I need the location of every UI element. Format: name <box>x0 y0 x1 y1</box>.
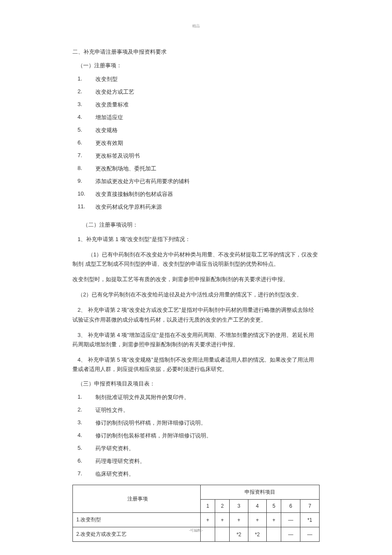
table-cell: + <box>201 513 215 527</box>
list-number: 3. <box>78 419 95 427</box>
list-number: 9. <box>78 178 95 185</box>
list-text: 修订的制剂包装标签样稿，并附详细修订说明。 <box>95 432 212 440</box>
list-number: 5. <box>78 445 95 452</box>
list-text: 改变药材或化学原料药来源 <box>95 203 320 211</box>
reg-item: 3. 改变质量标准 <box>72 101 320 109</box>
section-title: 二、补充申请注册事项及申报资料要求 <box>72 48 320 56</box>
explanation-1-p1: （1）已有中药制剂在不改变处方中药材种类与用量、不改变药材提取工艺等的情况下，仅… <box>72 250 320 269</box>
table-col-num: 6 <box>281 500 300 513</box>
list-text: 添加或更改处方中已有药用要求的辅料 <box>95 178 320 185</box>
list-number: 4. <box>78 114 95 121</box>
list-number: 1. <box>78 394 95 401</box>
list-number: 2. <box>78 406 95 414</box>
list-text: 更改配制场地、委托加工 <box>95 165 320 173</box>
header-watermark: 精品 <box>72 23 320 29</box>
explanation-3: 3、 补充申请第 4 项"增加适应症"是指在不改变用药周期、不增加剂量的情况下的… <box>72 331 320 349</box>
list-number: 10. <box>78 190 95 198</box>
list-text: 改变规格 <box>95 127 320 134</box>
reg-item: 6. 更改有效期 <box>72 139 320 147</box>
reg-item: 2. 改变处方或工艺 <box>72 88 320 96</box>
list-number: 5. <box>78 127 95 134</box>
list-number: 6. <box>78 457 95 465</box>
list-number: 8. <box>78 165 95 173</box>
explanation-2: 2、 补充申请第 2 项"改变处方或改变工艺"是指对中药制剂中药材的用量进行略微… <box>72 305 320 324</box>
reg-item: 9. 添加或更改处方中已有药用要求的辅料 <box>72 178 320 185</box>
list-text: 增加适应症 <box>95 114 320 121</box>
reg-item: 8. 更改配制场地、委托加工 <box>72 165 320 173</box>
registration-items-title: （一）注册事项： <box>72 62 320 69</box>
explanation-4: 4、 补充申请第 5 项"改变规格"是指制剂不改变用法用量或者适用人群的情况。如… <box>72 355 320 374</box>
list-number: 4. <box>78 432 95 440</box>
table-cell: + <box>248 513 266 527</box>
table-col-num: 7 <box>300 500 320 513</box>
table-row: 1.改变剂型 + + + + + — *1 <box>73 513 320 527</box>
list-text: 更改有效期 <box>95 139 320 147</box>
list-text: 临床研究资料。 <box>95 470 134 478</box>
reg-item: 5. 改变规格 <box>72 127 320 134</box>
table-row-label: 1.改变剂型 <box>73 513 201 527</box>
material-item: 4. 修订的制剂包装标签样稿，并附详细修订说明。 <box>72 432 320 440</box>
list-text: 药理毒理研究资料。 <box>95 457 145 465</box>
footer-watermark: -可編輯- <box>0 528 392 533</box>
list-number: 1. <box>78 75 95 83</box>
table-col-num: 3 <box>230 500 248 513</box>
list-text: 改变剂型 <box>95 75 320 83</box>
list-text: 改变质量标准 <box>95 101 320 109</box>
list-text: 修订的制剂说明书样稿，并附详细修订说明。 <box>95 419 206 427</box>
list-text: 药学研究资料。 <box>95 445 134 452</box>
list-number: 11. <box>78 203 95 211</box>
list-number: 2. <box>78 88 95 96</box>
table-col-num: 4 <box>248 500 266 513</box>
table-col-num: 5 <box>267 500 281 513</box>
table-cell: + <box>267 513 281 527</box>
explanation-title: （二）注册事项说明： <box>72 221 320 229</box>
table-cell: *1 <box>300 513 320 527</box>
material-item: 5. 药学研究资料。 <box>72 445 320 452</box>
list-text: 改变处方或工艺 <box>95 88 320 96</box>
table-header-reg: 注册事项 <box>73 485 201 513</box>
table-col-num: 1 <box>201 500 215 513</box>
material-item: 6. 药理毒理研究资料。 <box>72 457 320 465</box>
list-number: 7. <box>78 152 95 160</box>
list-number: 3. <box>78 101 95 109</box>
material-item: 3. 修订的制剂说明书样稿，并附详细修订说明。 <box>72 419 320 427</box>
materials-title: （三）申报资料项目及项目表： <box>72 380 320 388</box>
table-header-row: 注册事项 申报资料项目 <box>73 485 320 500</box>
reg-item: 10. 改变直接接触制剂的包材或容器 <box>72 190 320 198</box>
table-col-num: 2 <box>215 500 230 513</box>
reg-item: 1. 改变剂型 <box>72 75 320 83</box>
list-text: 改变直接接触制剂的包材或容器 <box>95 190 320 198</box>
table-cell: + <box>230 513 248 527</box>
list-text: 更改标签及说明书 <box>95 152 320 160</box>
reg-item: 7. 更改标签及说明书 <box>72 152 320 160</box>
explanation-1-lead: 1、补充申请第 1 项"改变剂型"是指下列情况： <box>72 235 320 244</box>
material-item: 7. 临床研究资料。 <box>72 470 320 478</box>
explanation-1-p2: 改变剂型时，如提取工艺等有质的改变，则需参照申报新配制制剂的有关要求进行申报。 <box>72 275 320 284</box>
material-item: 2. 证明性文件。 <box>72 406 320 414</box>
document-page: 精品 二、补充申请注册事项及申报资料要求 （一）注册事项： 1. 改变剂型 2.… <box>0 0 392 555</box>
table-cell: — <box>281 513 300 527</box>
list-number: 6. <box>78 139 95 147</box>
list-number: 7. <box>78 470 95 478</box>
list-text: 证明性文件。 <box>95 406 129 414</box>
reg-item: 11. 改变药材或化学原料药来源 <box>72 203 320 211</box>
reg-item: 4. 增加适应症 <box>72 114 320 121</box>
explanation-1-p3: （2）已有化学药制剂在不改变给药途径及处方中活性成分用量的情况下，进行的剂型改变… <box>72 290 320 299</box>
list-text: 制剂批准证明文件及其附件的复印件。 <box>95 394 190 401</box>
material-item: 1. 制剂批准证明文件及其附件的复印件。 <box>72 394 320 401</box>
table-cell: + <box>215 513 230 527</box>
table-header-materials: 申报资料项目 <box>201 485 320 500</box>
